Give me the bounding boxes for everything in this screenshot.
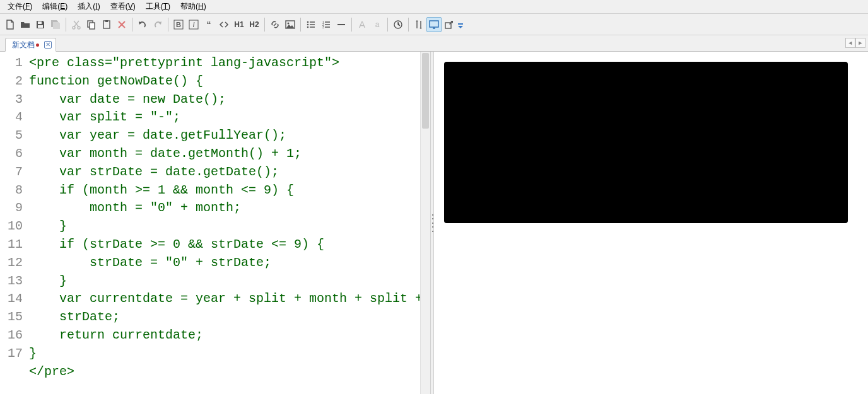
h1-button[interactable]: H1 (232, 17, 247, 32)
save-all-icon[interactable] (48, 17, 63, 32)
tab-title: 新文档 (12, 40, 35, 50)
line-gutter: 1234567891011121314151617 (0, 52, 25, 394)
tab-nav: ◄ ► (845, 38, 865, 48)
open-folder-icon[interactable] (18, 17, 33, 32)
image-icon[interactable] (283, 17, 298, 32)
toolbar-sep (132, 18, 132, 32)
code-line[interactable]: <pre class="prettyprint lang-javascript"… (29, 54, 426, 72)
font-large-button[interactable]: A (355, 17, 370, 32)
tab-next-icon[interactable]: ► (855, 38, 865, 48)
menu-tools[interactable]: 工具(T) (141, 0, 175, 13)
redo-icon[interactable] (150, 17, 165, 32)
svg-rect-22 (430, 21, 438, 27)
code-line[interactable]: var month = date.getMonth() + 1; (29, 145, 426, 163)
toolbar: B I “ H1 H2 123 A a (0, 14, 868, 35)
svg-rect-0 (38, 21, 42, 24)
svg-rect-1 (38, 25, 43, 28)
menubar: 文件(F) 编辑(E) 插入(I) 查看(V) 工具(T) 帮助(H) (0, 0, 868, 14)
tabbar: 新文档 ✕ ◄ ► (0, 35, 868, 52)
code-line[interactable]: </pre> (29, 363, 426, 381)
svg-rect-5 (90, 23, 95, 29)
code-icon[interactable] (216, 17, 232, 32)
main-split: 1234567891011121314151617 <pre class="pr… (0, 52, 868, 394)
bold-icon[interactable]: B (171, 17, 186, 32)
toolbar-sep (300, 18, 301, 32)
svg-point-16 (307, 23, 309, 25)
sync-scroll-icon[interactable] (411, 17, 426, 32)
code-line[interactable]: if (strDate >= 0 && strDate <= 9) { (29, 236, 426, 254)
save-icon[interactable] (33, 17, 48, 32)
italic-icon[interactable]: I (186, 17, 201, 32)
toolbar-sep (387, 18, 388, 32)
code-line[interactable]: var strDate = date.getDate(); (29, 163, 426, 182)
svg-text:3: 3 (322, 25, 324, 29)
timestamp-icon[interactable] (390, 17, 406, 32)
splitter-handle[interactable] (430, 52, 434, 394)
svg-text:“: “ (207, 20, 211, 30)
code-line[interactable]: } (29, 272, 426, 291)
h2-button[interactable]: H2 (247, 17, 262, 32)
ul-icon[interactable] (303, 17, 319, 32)
hr-icon[interactable] (334, 17, 349, 32)
svg-text:I: I (192, 21, 194, 28)
scrollbar-vertical[interactable] (420, 52, 430, 394)
code-line[interactable]: function getNowDate() { (29, 72, 426, 91)
scrollbar-thumb[interactable] (422, 53, 429, 129)
code-line[interactable]: var split = "-"; (29, 108, 426, 127)
delete-icon[interactable] (114, 17, 129, 32)
toolbar-sep (168, 18, 168, 32)
svg-text:B: B (176, 21, 181, 28)
preview-rendered-box (444, 62, 848, 223)
tab-prev-icon[interactable]: ◄ (845, 38, 855, 48)
new-file-icon[interactable] (3, 17, 18, 32)
code-area[interactable]: <pre class="prettyprint lang-javascript"… (25, 52, 430, 394)
svg-point-3 (78, 26, 80, 29)
tab-modified-dot-icon (36, 43, 39, 47)
toolbar-sep (264, 18, 265, 32)
link-icon[interactable] (267, 17, 283, 32)
tab-new-document[interactable]: 新文档 ✕ (5, 38, 56, 52)
code-line[interactable]: var currentdate = year + split + month +… (29, 290, 426, 308)
cut-icon[interactable] (69, 17, 84, 32)
toolbar-sep (408, 18, 409, 32)
toolbar-sep (66, 18, 66, 32)
code-line[interactable]: strDate; (29, 308, 426, 327)
code-line[interactable]: return currentdate; (29, 327, 426, 345)
preview-pane (434, 52, 868, 394)
font-small-button[interactable]: a (370, 17, 385, 32)
menu-help[interactable]: 帮助(H) (175, 0, 211, 13)
code-line[interactable]: month = "0" + month; (29, 199, 426, 217)
menu-insert[interactable]: 插入(I) (73, 0, 105, 13)
menu-edit[interactable]: 编辑(E) (37, 0, 73, 13)
paste-icon[interactable] (99, 17, 114, 32)
svg-point-14 (288, 22, 290, 24)
quote-icon[interactable]: “ (201, 17, 216, 32)
editor-pane: 1234567891011121314151617 <pre class="pr… (0, 52, 430, 394)
undo-icon[interactable] (135, 17, 150, 32)
tab-close-icon[interactable]: ✕ (44, 41, 52, 49)
svg-rect-7 (105, 20, 108, 22)
svg-point-2 (73, 26, 75, 29)
ol-icon[interactable]: 123 (319, 17, 334, 32)
toolbar-overflow-icon[interactable] (457, 17, 464, 32)
copy-icon[interactable] (84, 17, 99, 32)
svg-rect-24 (458, 23, 463, 25)
code-line[interactable]: var year = date.getFullYear(); (29, 127, 426, 145)
toolbar-sep (351, 18, 352, 32)
code-line[interactable]: } (29, 217, 426, 236)
code-line[interactable]: if (month >= 1 && month <= 9) { (29, 182, 426, 200)
menu-view[interactable]: 查看(V) (105, 0, 141, 13)
code-line[interactable]: strDate = "0" + strDate; (29, 254, 426, 272)
menu-file[interactable]: 文件(F) (3, 0, 37, 13)
export-icon[interactable] (442, 17, 457, 32)
code-line[interactable]: } (29, 345, 426, 363)
live-preview-icon[interactable] (426, 17, 442, 32)
code-line[interactable]: var date = new Date(); (29, 91, 426, 109)
svg-point-17 (307, 26, 309, 28)
svg-point-15 (307, 21, 309, 23)
